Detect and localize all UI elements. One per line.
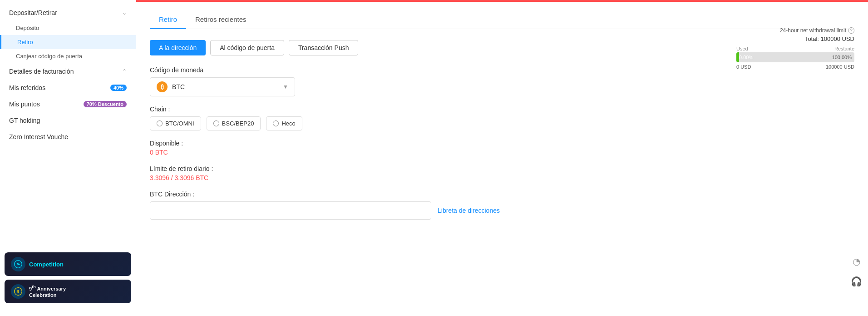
progress-bar-remaining: 100.00%: [832, 55, 852, 60]
anniversary-banner-button[interactable]: 9 9th Anniversary Celebration: [5, 280, 131, 303]
withdrawal-panel: 24-hour net withdrawal limit ? Total: 10…: [736, 27, 854, 70]
form-group-chain: Chain : BTC/OMNI BSC/BEP20 Heco: [150, 105, 854, 130]
sidebar-item-puntos-label: Mis puntos: [9, 100, 40, 108]
sidebar-item-mis-puntos[interactable]: Mis puntos 70% Descuento: [0, 96, 136, 112]
sidebar-item-zero-label: Zero Interest Vouche: [9, 133, 68, 140]
coin-select-dropdown[interactable]: ₿ BTC ▼: [150, 77, 295, 96]
sidebar-banners: Competition 9 9th Anniversary Celebratio…: [0, 248, 136, 311]
competition-icon: [11, 257, 25, 271]
btn-a-la-direccion[interactable]: A la dirección: [150, 40, 206, 55]
disponible-value: 0 BTC: [150, 149, 854, 156]
chain-label-bsc-bep20: BSC/BEP20: [222, 120, 254, 127]
btn-al-codigo-puerta[interactable]: Al código de puerta: [210, 40, 284, 55]
coin-name: BTC: [172, 83, 185, 90]
competition-banner-button[interactable]: Competition: [5, 252, 131, 276]
tab-retiro[interactable]: Retiro: [150, 11, 186, 29]
sidebar-item-gt-holding[interactable]: GT holding: [0, 112, 136, 129]
withdrawal-panel-title: 24-hour net withdrawal limit ?: [736, 27, 854, 34]
chain-label-heco: Heco: [281, 120, 295, 127]
svg-point-1: [17, 263, 19, 265]
sidebar-item-mis-referidos[interactable]: Mis referidos 40%: [0, 80, 136, 96]
chain-radio-heco[interactable]: [273, 120, 279, 126]
sidebar-item-depositar-retirar-label: Depositar/Retirar: [9, 9, 57, 16]
btc-address-input[interactable]: [150, 201, 431, 220]
chain-option-btc-omni[interactable]: BTC/OMNI: [150, 116, 201, 130]
referidos-badge: 40%: [110, 85, 127, 91]
headset-icon[interactable]: 🎧: [849, 274, 863, 289]
anniversary-icon: 9: [11, 284, 25, 299]
loading-circle-icon[interactable]: ◔: [849, 254, 863, 269]
remaining-label: Restante: [834, 46, 854, 51]
sidebar-sub-item-deposito-label: Depósito: [16, 25, 39, 31]
withdrawal-total: Total: 100000 USD: [736, 35, 854, 42]
puntos-badge: 70% Descuento: [84, 101, 127, 107]
chain-radio-btc-omni[interactable]: [157, 120, 163, 126]
form-group-disponible: Disponible : 0 BTC: [150, 140, 854, 156]
chain-label-btc-omni: BTC/OMNI: [165, 120, 194, 127]
sidebar-sub-item-deposito[interactable]: Depósito: [0, 21, 136, 35]
sidebar-item-zero-interest[interactable]: Zero Interest Vouche: [0, 129, 136, 145]
main-content: Retiro Retiros recientes A la dirección …: [136, 0, 868, 316]
chain-option-heco[interactable]: Heco: [266, 116, 302, 130]
btc-direccion-label: BTC Dirección :: [150, 191, 854, 198]
anniversary-label: 9th Anniversary Celebration: [29, 285, 66, 298]
svg-text:9: 9: [17, 289, 20, 294]
tab-retiros-recientes[interactable]: Retiros recientes: [186, 11, 256, 29]
chain-options-group: BTC/OMNI BSC/BEP20 Heco: [150, 116, 854, 130]
sidebar-item-detalles-label: Detalles de facturación: [9, 68, 74, 75]
chevron-up-icon: ⌃: [122, 68, 127, 75]
btn-transaccion-push[interactable]: Transacción Push: [289, 40, 359, 55]
sidebar-item-detalles-facturacion[interactable]: Detalles de facturación ⌃: [0, 63, 136, 80]
right-side-icons: ◔ 🎧: [849, 254, 863, 289]
chain-option-bsc-bep20[interactable]: BSC/BEP20: [207, 116, 261, 130]
chain-radio-bsc-bep20[interactable]: [213, 120, 219, 126]
sidebar: Depositar/Retirar ⌄ Depósito Retiro Canj…: [0, 0, 136, 316]
used-label: Used: [736, 46, 748, 51]
withdrawal-form: Código de moneda ₿ BTC ▼ Chain : BTC/OMN…: [150, 66, 854, 220]
help-icon[interactable]: ?: [848, 27, 854, 34]
competition-label: Competition: [29, 261, 64, 268]
sidebar-item-depositar-retirar[interactable]: Depositar/Retirar ⌄: [0, 5, 136, 21]
disponible-label: Disponible :: [150, 140, 854, 147]
sidebar-sub-item-canjear-label: Canjear código de puerta: [16, 53, 82, 60]
chevron-down-icon: ⌄: [122, 10, 127, 16]
form-group-limite: Límite de retiro diario : 3.3096 / 3.309…: [150, 165, 854, 181]
chain-label: Chain :: [150, 105, 854, 113]
form-group-btc-address: BTC Dirección : Libreta de direcciones: [150, 191, 854, 220]
btc-icon: ₿: [157, 81, 168, 92]
limite-value: 3.3096 / 3.3096 BTC: [150, 174, 854, 181]
sidebar-sub-item-retiro-label: Retiro: [17, 39, 33, 45]
withdrawal-progress-bar: 0.00% 100.00%: [736, 52, 854, 62]
used-amount: 0 USD: [736, 64, 751, 70]
tabs-bar: Retiro Retiros recientes: [150, 11, 854, 29]
sidebar-item-gt-label: GT holding: [9, 117, 40, 124]
remaining-amount: 100000 USD: [826, 64, 854, 70]
sidebar-sub-item-retiro[interactable]: Retiro: [0, 35, 136, 49]
progress-bar-used: 0.00%: [736, 52, 739, 62]
sidebar-sub-item-canjear[interactable]: Canjear código de puerta: [0, 49, 136, 63]
limite-label: Límite de retiro diario :: [150, 165, 854, 172]
coin-dropdown-arrow-icon: ▼: [283, 84, 288, 90]
address-input-row: Libreta de direcciones: [150, 201, 854, 220]
form-group-coin: Código de moneda ₿ BTC ▼: [150, 66, 854, 96]
libreta-link[interactable]: Libreta de direcciones: [438, 207, 500, 214]
top-red-bar: [136, 0, 868, 2]
sidebar-item-referidos-label: Mis referidos: [9, 84, 45, 91]
